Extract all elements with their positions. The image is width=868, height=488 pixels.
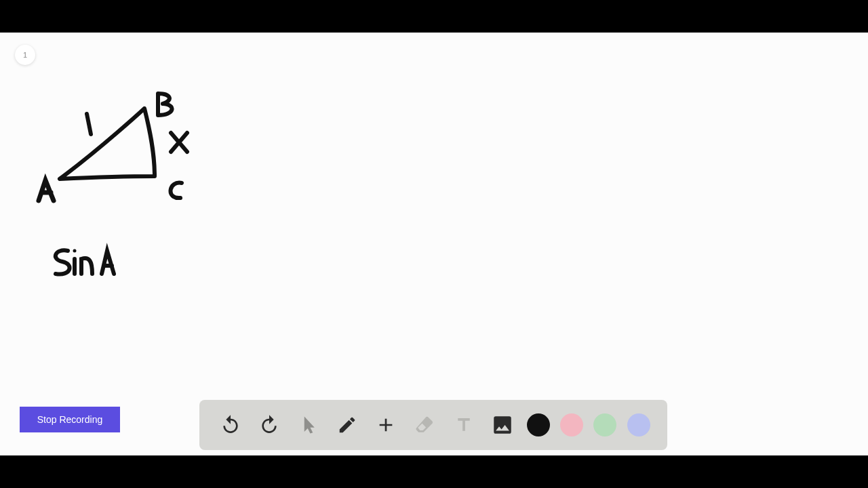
pen-icon — [337, 415, 357, 435]
page-number-badge[interactable]: 1 — [15, 45, 35, 65]
color-swatch-green[interactable] — [593, 413, 616, 436]
text-button[interactable] — [450, 411, 478, 439]
color-swatch-pink[interactable] — [560, 413, 583, 436]
image-icon — [491, 413, 514, 436]
eraser-button[interactable] — [410, 411, 439, 439]
pen-button[interactable] — [333, 411, 361, 439]
undo-button[interactable] — [216, 411, 245, 439]
plus-icon — [375, 414, 397, 436]
color-swatch-black[interactable] — [527, 413, 550, 436]
pointer-button[interactable] — [294, 411, 323, 439]
redo-button[interactable] — [255, 411, 283, 439]
drawing-canvas[interactable] — [0, 33, 868, 455]
add-button[interactable] — [372, 411, 400, 439]
redo-icon — [258, 414, 280, 436]
text-icon — [454, 415, 474, 435]
svg-point-0 — [73, 249, 77, 253]
ink-layer — [0, 33, 868, 455]
page-number: 1 — [23, 51, 27, 59]
color-swatch-purple[interactable] — [627, 413, 650, 436]
eraser-icon — [414, 414, 435, 436]
image-button[interactable] — [488, 411, 517, 439]
undo-icon — [220, 414, 241, 436]
stop-recording-button[interactable]: Stop Recording — [20, 407, 120, 432]
stop-recording-label: Stop Recording — [37, 414, 103, 425]
pointer-icon — [298, 415, 319, 435]
toolbar — [199, 400, 667, 450]
whiteboard-stage: 1 Stop Recording — [0, 33, 868, 455]
